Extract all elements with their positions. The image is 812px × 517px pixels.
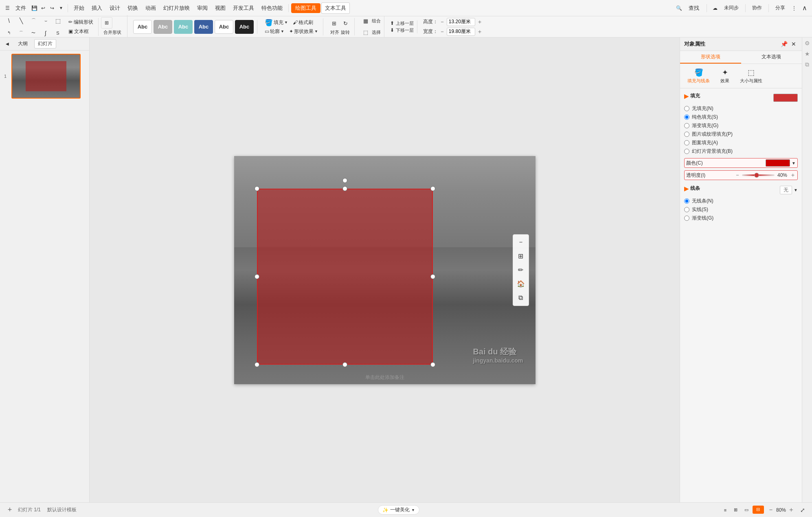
menu-review[interactable]: 审阅: [194, 3, 211, 13]
shape-tool-8[interactable]: 〜: [28, 27, 39, 39]
star-icon[interactable]: ★: [803, 50, 811, 58]
text-box-btn[interactable]: ▣ 文本框: [66, 27, 96, 36]
shape-tool-4[interactable]: ⌣: [40, 15, 51, 26]
width-plus[interactable]: ＋: [477, 28, 483, 35]
radio-solid-fill-input[interactable]: [684, 114, 689, 120]
width-minus[interactable]: －: [439, 28, 445, 35]
menu-slideshow[interactable]: 幻灯片放映: [160, 3, 193, 13]
rotate-icon[interactable]: ↻: [340, 18, 351, 29]
redo-icon[interactable]: ↪: [48, 4, 56, 12]
handle-br[interactable]: [430, 362, 435, 367]
shape-tool-2[interactable]: ╲: [15, 15, 27, 26]
style-preset-1[interactable]: Abc: [133, 20, 152, 34]
format-brush-btn[interactable]: 🖌 格式刷: [291, 19, 315, 26]
menu-devtools[interactable]: 开发工具: [230, 3, 257, 13]
radio-gradient-fill-input[interactable]: [684, 123, 689, 128]
float-home-btn[interactable]: 🏠: [515, 278, 527, 290]
float-minus-btn[interactable]: －: [515, 236, 527, 249]
outline-btn[interactable]: ▭ 轮廓 ▼: [263, 28, 286, 35]
slide-canvas[interactable]: [234, 156, 535, 384]
handle-tr[interactable]: [430, 186, 435, 191]
move-down-btn[interactable]: ⬇ 下移一层: [390, 27, 414, 33]
merge-btn[interactable]: 合并形状: [101, 29, 124, 36]
handle-mr[interactable]: [430, 274, 435, 279]
subtab-fill-line[interactable]: 🪣 填充与线条: [684, 66, 713, 86]
radio-pattern-fill[interactable]: 图案填充(A): [684, 139, 798, 146]
menu-file[interactable]: 文件: [12, 3, 29, 13]
menu-switch[interactable]: 切换: [124, 3, 141, 13]
radio-no-fill-input[interactable]: [684, 106, 689, 111]
select-icon[interactable]: ⬚: [360, 27, 371, 38]
handle-tl[interactable]: [255, 186, 259, 191]
menu-animate[interactable]: 动画: [142, 3, 159, 13]
settings-icon[interactable]: ⚙: [803, 39, 811, 47]
sync-btn[interactable]: 未同步: [722, 3, 741, 13]
radio-no-line[interactable]: 无线条(N): [684, 198, 798, 205]
menu-text-tool[interactable]: 文本工具: [321, 2, 350, 14]
view-active-btn[interactable]: ⊟: [753, 506, 764, 514]
shape-tool-5[interactable]: ⬚: [52, 15, 64, 26]
fill-label[interactable]: 🪣 填充 ▼: [263, 18, 290, 27]
copy2-icon[interactable]: ⧉: [803, 60, 811, 68]
cloud-icon[interactable]: ☁: [711, 4, 719, 12]
width-input[interactable]: [447, 28, 475, 36]
menu-draw-tool[interactable]: 绘图工具: [291, 3, 320, 13]
height-input[interactable]: [447, 18, 475, 26]
radio-gradient-line[interactable]: 渐变线(G): [684, 215, 798, 222]
radio-bg-fill-input[interactable]: [684, 149, 689, 154]
add-slide-btn[interactable]: +: [5, 505, 15, 515]
menu-start[interactable]: 开始: [70, 3, 88, 13]
more-icon[interactable]: ⋮: [790, 4, 798, 12]
tab-text-options[interactable]: 文本选项: [741, 51, 802, 64]
radio-solid-fill[interactable]: 纯色填充(S): [684, 114, 798, 121]
shape-container[interactable]: [257, 189, 433, 365]
red-shape[interactable]: [257, 189, 433, 365]
radio-no-fill[interactable]: 无填充(N): [684, 105, 798, 112]
rotate-handle[interactable]: [342, 178, 347, 183]
find-label[interactable]: 查找: [685, 3, 702, 13]
group-label[interactable]: 组合: [372, 18, 381, 24]
trans-plus-btn[interactable]: ＋: [790, 172, 796, 179]
float-layers-btn[interactable]: ⊞: [515, 250, 527, 262]
view-single-icon[interactable]: ▭: [742, 506, 751, 515]
color-swatch[interactable]: [766, 159, 790, 167]
view-grid-icon[interactable]: ⊞: [731, 506, 740, 515]
extra-icon[interactable]: ▼: [57, 4, 65, 12]
select-label[interactable]: 选择: [372, 29, 381, 35]
save-icon[interactable]: 💾: [30, 4, 38, 12]
menu-view[interactable]: 视图: [212, 3, 229, 13]
pin-icon[interactable]: 📌: [780, 40, 788, 48]
handle-bl[interactable]: [255, 362, 259, 367]
float-pen-btn[interactable]: ✏: [515, 264, 527, 276]
radio-no-line-input[interactable]: [684, 198, 689, 204]
subtab-size-props[interactable]: ⬚ 大小与属性: [737, 66, 766, 86]
search-icon[interactable]: 🔍: [675, 4, 683, 12]
style-preset-5[interactable]: Abc: [215, 20, 233, 34]
tab-slides[interactable]: 幻灯片: [34, 39, 56, 48]
share-btn[interactable]: 分享: [773, 3, 788, 13]
align-icon[interactable]: ⊞: [329, 18, 340, 29]
radio-background-fill[interactable]: 幻灯片背景填充(B): [684, 148, 798, 155]
radio-gradient-fill[interactable]: 渐变填充(G): [684, 122, 798, 129]
fullscreen-btn[interactable]: ⤢: [798, 506, 807, 515]
tab-shape-options[interactable]: 形状选项: [680, 51, 741, 64]
radio-image-fill[interactable]: 图片或纹理填充(P): [684, 131, 798, 138]
trans-minus-btn[interactable]: －: [735, 172, 740, 179]
beautify-btn[interactable]: ✨ 一键美化 ▼: [378, 505, 419, 515]
style-preset-6[interactable]: Abc: [235, 20, 254, 34]
line-dropdown-icon[interactable]: ▼: [794, 188, 798, 192]
style-preset-3[interactable]: Abc: [174, 20, 193, 34]
view-list-icon[interactable]: ≡: [721, 506, 730, 515]
close-panel-icon[interactable]: ✕: [790, 40, 798, 48]
height-plus[interactable]: ＋: [477, 18, 483, 26]
merge-icon[interactable]: ⊞: [101, 17, 112, 29]
slide-thumbnail-1[interactable]: [11, 54, 81, 99]
subtab-effect[interactable]: ✦ 效果: [717, 66, 733, 86]
shape-tool-7[interactable]: ⌒: [15, 27, 27, 39]
outline-dropdown-icon[interactable]: ▼: [281, 29, 284, 33]
style-preset-4[interactable]: Abc: [194, 20, 213, 34]
handle-tm[interactable]: [342, 186, 347, 191]
undo-icon[interactable]: ↩: [39, 4, 47, 12]
align-label[interactable]: 对齐: [330, 29, 339, 35]
handle-bm[interactable]: [342, 362, 347, 367]
